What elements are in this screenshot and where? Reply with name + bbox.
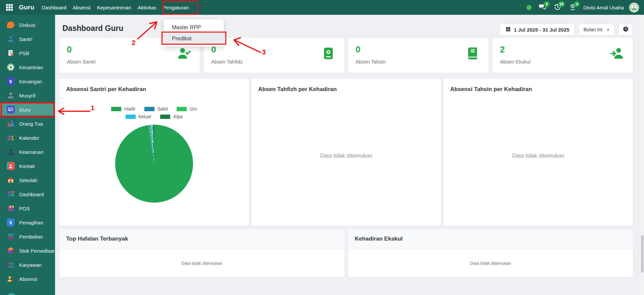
sidebar-item-psb[interactable]: PSB [0, 47, 55, 59]
notification-count-badge: 19 [558, 1, 565, 7]
stat-value: 2 [500, 45, 626, 54]
purchasing-icon [6, 233, 15, 241]
legend-label: Sakit [157, 106, 168, 112]
nav-item-absensi[interactable]: Absensi [73, 5, 91, 10]
quran-icon [321, 46, 335, 60]
stat-label: Absen Tahsin [356, 59, 481, 65]
date-range-button[interactable]: 1 Jul 2025 - 31 Jul 2025 [500, 24, 575, 36]
sidebar-item-label: Penagihan [19, 220, 43, 225]
scrollbar-thumb[interactable] [641, 235, 644, 273]
supervisor-icon [6, 91, 15, 100]
sidebar-item-stok-persediaan[interactable]: Stok Persediaan [0, 245, 55, 257]
pie-legend: HadirSakitIzinkeluarAlpa [66, 106, 242, 119]
chart-card-absensi-santri-per-kehadiran: Absensi Santri per KehadiranHadirSakitIz… [59, 79, 249, 226]
sidebar-item-label: Keuangan [19, 79, 42, 84]
donation-button[interactable]: $4 [568, 3, 577, 12]
inventory-cube-icon [6, 247, 15, 255]
finance-dollar-icon: $ [6, 77, 15, 86]
sidebar-item-penagihan[interactable]: $Penagihan [0, 216, 55, 228]
documents-icon [6, 49, 15, 57]
card-top-hafalan-terbanyak: Top Hafalan TerbanyakData tidak ditemuka… [59, 229, 344, 277]
legend-swatch [177, 107, 187, 111]
sidebar-item-label: PSB [19, 50, 29, 56]
legend-swatch [160, 115, 170, 119]
sidebar-item-label: Pembelian [19, 234, 43, 240]
billing-icon: $ [6, 218, 15, 227]
history-button[interactable] [618, 24, 633, 36]
main-nav: DashboardAbsensiKepesantrenanAktivitasPe… [42, 5, 189, 10]
clock-icon [623, 26, 629, 34]
chat-button[interactable]: 4 [538, 3, 547, 12]
attendance-icon [6, 275, 15, 283]
card-body: Data tidak ditemukan [59, 249, 344, 277]
sidebar-item-pos[interactable]: POS [0, 202, 55, 214]
sidebar-item-label: Orang Tua [19, 121, 43, 127]
sidebar-item-musyrif[interactable]: Musyrif [0, 89, 55, 101]
card-header: Kehadiran Ekskul [348, 229, 633, 249]
avatar[interactable] [629, 2, 639, 13]
menu-item-predikat[interactable]: Predikat [164, 33, 224, 44]
sidebar-item-kesantrian[interactable]: Kesantrian [0, 61, 55, 73]
sidebar-item-orang-tua[interactable]: Orang Tua [0, 118, 55, 130]
sidebar-item-label: Absensi [19, 276, 37, 282]
period-select-value: Bulan Ini [584, 27, 602, 32]
legend-item-izin[interactable]: Izin [177, 106, 197, 112]
bottom-cards-row: Top Hafalan TerbanyakData tidak ditemuka… [59, 229, 633, 277]
employees-icon [6, 261, 15, 269]
page-scrollbar[interactable] [641, 15, 644, 295]
person-arrow-icon [610, 46, 624, 60]
sidebar-item-kontak[interactable]: Kontak [0, 160, 55, 172]
notification-count-badge: 4 [574, 1, 580, 7]
online-status-dot [526, 5, 532, 10]
sidebar-item-dashboard[interactable]: Dashboard [0, 188, 55, 200]
security-guard-icon [6, 148, 15, 156]
sidebar-item-keuangan[interactable]: $Keuangan [0, 75, 55, 87]
legend-label: Hadir [124, 106, 135, 112]
empty-state-text: Data tidak ditemukan [450, 93, 626, 218]
sidebar-item-label: POS [19, 206, 30, 211]
user-division-label[interactable]: Divisi Amal Usaha [583, 5, 624, 10]
contact-card-icon [6, 162, 15, 170]
sidebar-item-absensi[interactable]: Absensi [0, 273, 55, 285]
stat-cards-row: 0Absen Santri0Absen Tahfidz0Absen Tahsin… [59, 38, 633, 73]
svg-text:$: $ [572, 4, 573, 8]
legend-item-alpa[interactable]: Alpa [160, 114, 183, 119]
sidebar-item-label: Kesantrian [19, 65, 43, 70]
sidebar-item-pembelian[interactable]: Pembelian [0, 230, 55, 243]
sidebar-item-kalender[interactable]: 31Kalender [0, 132, 55, 144]
brand-title[interactable]: Guru [19, 4, 34, 11]
sidebar-item-karyawan[interactable]: Karyawan [0, 259, 55, 271]
legend-row: HadirSakitIzin [111, 106, 197, 112]
chart-card-absensi-tahsin-per-kehadiran: Absensi Tahsin per KehadiranData tidak d… [444, 79, 633, 226]
empty-state-text: Data tidak ditemukan [470, 261, 511, 266]
legend-item-hadir[interactable]: Hadir [111, 106, 135, 112]
book-icon [466, 46, 480, 60]
header-actions: 1 Jul 2025 - 31 Jul 2025 Bulan Ini ▼ [500, 24, 633, 36]
period-select[interactable]: Bulan Ini ▼ [579, 24, 615, 36]
nav-item-pengaturan[interactable]: Pengaturan [163, 5, 189, 10]
legend-item-sakit[interactable]: Sakit [144, 106, 168, 112]
stat-label: Absen Ekskul [500, 59, 626, 65]
sidebar-item-label: Musyrif [19, 93, 35, 98]
nav-item-dashboard[interactable]: Dashboard [42, 5, 66, 10]
legend-swatch [111, 107, 121, 111]
page-title: Dashboard Guru [62, 24, 123, 33]
apps-grid-icon[interactable] [5, 3, 13, 11]
chat-bubble-icon [6, 21, 15, 29]
empty-state-text: Data tidak ditemukan [181, 261, 222, 266]
sidebar-item-keamanan[interactable]: Keamanan [0, 146, 55, 158]
sidebar-item-santri[interactable]: Santri [0, 33, 55, 45]
nav-item-aktivitas[interactable]: Aktivitas [138, 5, 156, 10]
menu-item-master-rpp[interactable]: Master RPP [164, 22, 224, 33]
nav-item-kepesantrenan[interactable]: Kepesantrenan [97, 5, 131, 10]
sidebar-item-diskusi[interactable]: Diskusi [0, 19, 55, 31]
person-check-icon [177, 46, 191, 60]
legend-row: keluarAlpa [126, 114, 183, 119]
stat-card-absen-tahsin: 0Absen Tahsin [348, 38, 489, 73]
legend-item-keluar[interactable]: keluar [126, 114, 151, 119]
main-content: Dashboard Guru 1 Jul 2025 - 31 Jul 2025 … [55, 15, 641, 295]
history-clock-button[interactable]: 19 [553, 3, 562, 12]
sidebar-item-guru[interactable]: Guru [0, 103, 55, 116]
legend-label: Alpa [173, 114, 183, 119]
sidebar-item-sekolah[interactable]: Sekolah [0, 174, 55, 186]
